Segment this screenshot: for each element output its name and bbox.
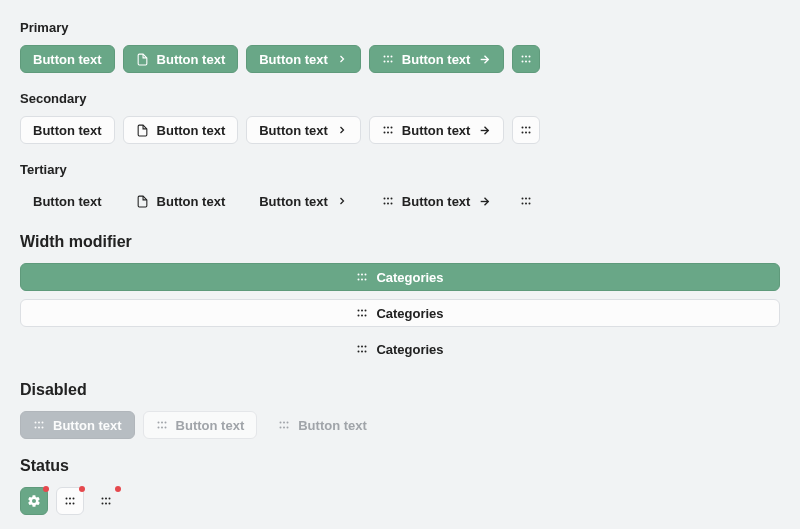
button-label: Button text xyxy=(176,419,245,432)
svg-point-71 xyxy=(287,422,289,424)
svg-point-7 xyxy=(522,56,524,58)
row-disabled: Button text Button text Button text xyxy=(20,411,780,439)
status-secondary-button[interactable] xyxy=(56,487,84,515)
svg-point-10 xyxy=(522,61,524,63)
button-label: Button text xyxy=(259,195,328,208)
section-heading-width: Width modifier xyxy=(20,233,780,251)
svg-point-25 xyxy=(529,132,531,134)
svg-point-17 xyxy=(387,132,389,134)
tertiary-button-icon-only[interactable] xyxy=(512,187,540,215)
primary-button-icon-only[interactable] xyxy=(512,45,540,73)
svg-point-43 xyxy=(361,279,363,281)
button-label: Button text xyxy=(402,195,471,208)
status-primary-button[interactable] xyxy=(20,487,48,515)
tertiary-button[interactable]: Button text xyxy=(20,187,115,215)
grid-icon xyxy=(382,53,394,65)
section-label-secondary: Secondary xyxy=(20,91,780,106)
disabled-tertiary-button: Button text xyxy=(265,411,380,439)
row-status xyxy=(20,487,780,515)
grid-icon xyxy=(520,124,532,136)
svg-point-5 xyxy=(390,61,392,63)
svg-point-78 xyxy=(66,503,68,505)
grid-icon xyxy=(156,419,168,431)
primary-button-file[interactable]: Button text xyxy=(123,45,239,73)
svg-point-29 xyxy=(383,203,385,205)
section-label-tertiary: Tertiary xyxy=(20,162,780,177)
button-label: Button text xyxy=(402,53,471,66)
button-label: Button text xyxy=(157,124,226,137)
grid-icon xyxy=(356,307,368,319)
tertiary-button-chevron[interactable]: Button text xyxy=(246,187,361,215)
primary-button-chevron[interactable]: Button text xyxy=(246,45,361,73)
svg-point-70 xyxy=(283,422,285,424)
secondary-button-chevron[interactable]: Button text xyxy=(246,116,361,144)
status-tertiary-button[interactable] xyxy=(92,487,120,515)
grid-icon xyxy=(356,271,368,283)
secondary-button-file[interactable]: Button text xyxy=(123,116,239,144)
svg-point-76 xyxy=(69,498,71,500)
status-dot xyxy=(43,486,49,492)
svg-point-13 xyxy=(383,127,385,129)
svg-point-85 xyxy=(105,503,107,505)
button-label: Button text xyxy=(33,53,102,66)
svg-point-66 xyxy=(157,427,159,429)
button-label: Button text xyxy=(402,124,471,137)
secondary-button-icon-only[interactable] xyxy=(512,116,540,144)
primary-button-grid-arrow[interactable]: Button text xyxy=(369,45,505,73)
full-width-primary-button[interactable]: Categories xyxy=(20,263,780,291)
svg-point-73 xyxy=(283,427,285,429)
button-label: Button text xyxy=(33,195,102,208)
svg-point-54 xyxy=(358,351,360,353)
svg-point-48 xyxy=(358,315,360,317)
svg-point-4 xyxy=(387,61,389,63)
svg-point-11 xyxy=(525,61,527,63)
arrow-right-icon xyxy=(478,124,491,137)
button-label: Button text xyxy=(33,124,102,137)
svg-point-39 xyxy=(358,274,360,276)
grid-icon xyxy=(100,495,112,507)
svg-point-72 xyxy=(280,427,282,429)
grid-icon xyxy=(33,419,45,431)
svg-point-77 xyxy=(73,498,75,500)
svg-point-55 xyxy=(361,351,363,353)
svg-point-64 xyxy=(161,422,163,424)
svg-point-41 xyxy=(365,274,367,276)
svg-point-58 xyxy=(38,422,40,424)
svg-point-40 xyxy=(361,274,363,276)
col-width: Categories Categories Categories xyxy=(20,263,780,363)
svg-point-56 xyxy=(365,351,367,353)
svg-point-24 xyxy=(525,132,527,134)
svg-point-47 xyxy=(365,310,367,312)
full-width-secondary-button[interactable]: Categories xyxy=(20,299,780,327)
grid-icon xyxy=(520,53,532,65)
svg-point-80 xyxy=(73,503,75,505)
chevron-right-icon xyxy=(336,53,348,65)
arrow-right-icon xyxy=(478,53,491,66)
row-primary: Button text Button text Button text Butt… xyxy=(20,45,780,73)
primary-button[interactable]: Button text xyxy=(20,45,115,73)
full-width-tertiary-button[interactable]: Categories xyxy=(20,335,780,363)
svg-point-42 xyxy=(358,279,360,281)
secondary-button[interactable]: Button text xyxy=(20,116,115,144)
svg-point-22 xyxy=(529,127,531,129)
svg-point-86 xyxy=(109,503,111,505)
svg-point-27 xyxy=(387,198,389,200)
svg-point-51 xyxy=(358,346,360,348)
svg-point-65 xyxy=(164,422,166,424)
grid-icon xyxy=(382,195,394,207)
svg-point-23 xyxy=(522,132,524,134)
secondary-button-grid-arrow[interactable]: Button text xyxy=(369,116,505,144)
grid-icon xyxy=(382,124,394,136)
svg-point-26 xyxy=(383,198,385,200)
svg-point-3 xyxy=(383,61,385,63)
tertiary-button-grid-arrow[interactable]: Button text xyxy=(369,187,505,215)
svg-point-57 xyxy=(35,422,37,424)
svg-point-30 xyxy=(387,203,389,205)
button-label: Button text xyxy=(259,53,328,66)
svg-point-83 xyxy=(109,498,111,500)
button-label: Categories xyxy=(376,307,443,320)
tertiary-button-file[interactable]: Button text xyxy=(123,187,239,215)
file-icon xyxy=(136,195,149,208)
svg-point-49 xyxy=(361,315,363,317)
status-dot xyxy=(79,486,85,492)
